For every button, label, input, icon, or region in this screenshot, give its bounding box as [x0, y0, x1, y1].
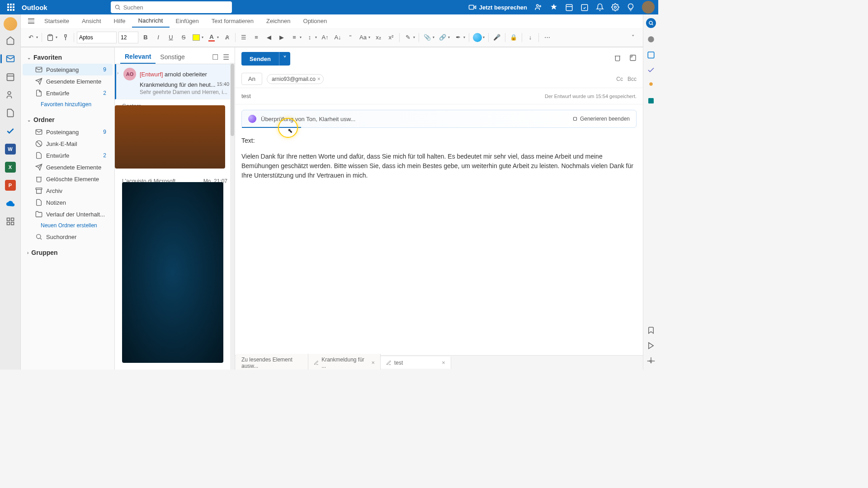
- to-button[interactable]: An: [241, 73, 262, 85]
- chevron-down-icon[interactable]: ▾: [448, 35, 450, 39]
- chevron-down-icon[interactable]: ▾: [433, 35, 434, 39]
- chevron-down-icon[interactable]: ▾: [315, 35, 317, 39]
- subscript-button[interactable]: x₂: [372, 31, 385, 44]
- nav-conversation-history[interactable]: Verlauf der Unterhalt...: [23, 208, 113, 220]
- increase-font-button[interactable]: A↑: [319, 31, 331, 44]
- chevron-down-icon[interactable]: ▾: [368, 35, 370, 39]
- calendar-rail-button[interactable]: [2, 69, 19, 85]
- bookmark-rr-icon[interactable]: [647, 326, 655, 334]
- decrease-indent-button[interactable]: ◀: [263, 31, 275, 44]
- italic-button[interactable]: I: [152, 31, 165, 44]
- highlight-button[interactable]: [190, 31, 203, 44]
- decrease-font-button[interactable]: A↓: [331, 31, 344, 44]
- send-button[interactable]: Senden ˅: [241, 52, 290, 66]
- font-select[interactable]: [77, 32, 117, 43]
- chevron-down-icon[interactable]: ▾: [463, 35, 465, 39]
- nav-trash[interactable]: Gelöschte Elemente: [23, 173, 113, 185]
- onenote-rr-icon[interactable]: [647, 97, 655, 105]
- ribbon-collapse-button[interactable]: ˅: [627, 31, 639, 44]
- bold-button[interactable]: B: [139, 31, 152, 44]
- numbering-button[interactable]: ≡: [250, 31, 263, 44]
- my-day-icon[interactable]: [580, 3, 589, 11]
- todo-rail-button[interactable]: [2, 123, 19, 139]
- calendar-rr-icon[interactable]: [647, 51, 655, 59]
- increase-indent-button[interactable]: ▶: [275, 31, 288, 44]
- styles-button[interactable]: ✎: [401, 31, 414, 44]
- scrollbar-thumb[interactable]: [231, 64, 234, 136]
- send-dropdown-button[interactable]: ˅: [279, 52, 290, 66]
- more-button[interactable]: ⋯: [541, 31, 553, 44]
- recipient-chip[interactable]: arnio93@gmail.co ×: [267, 74, 324, 84]
- calendar-header-icon[interactable]: [565, 3, 573, 11]
- nav-junk[interactable]: Junk-E-Mail: [23, 138, 113, 150]
- align-button[interactable]: ≡: [288, 31, 301, 44]
- remove-recipient-icon[interactable]: ×: [317, 76, 321, 82]
- tab-optionen[interactable]: Optionen: [297, 15, 334, 27]
- copilot-rail-button[interactable]: [4, 17, 17, 31]
- superscript-button[interactable]: x²: [385, 31, 397, 44]
- nav-sent-folder[interactable]: Gesendete Elemente: [23, 161, 113, 173]
- search-box[interactable]: [111, 1, 232, 13]
- teams-icon[interactable]: [534, 3, 542, 11]
- chevron-down-icon[interactable]: ▾: [202, 35, 203, 39]
- download-button[interactable]: ↓: [524, 31, 537, 44]
- bottom-tab-draft2[interactable]: test ×: [381, 357, 451, 369]
- nav-archive[interactable]: Archiv: [23, 185, 113, 197]
- signature-button[interactable]: ✒: [452, 31, 464, 44]
- favorites-section[interactable]: ⌄Favoriten: [21, 51, 114, 64]
- chevron-down-icon[interactable]: ▾: [36, 35, 38, 39]
- notifications-icon[interactable]: [596, 3, 604, 11]
- app-launcher-button[interactable]: [4, 0, 18, 14]
- tips-icon[interactable]: [627, 3, 635, 11]
- bottom-tab-draft1[interactable]: Krankmeldung für ... ×: [308, 354, 381, 370]
- tab-text-formatieren[interactable]: Text formatieren: [205, 15, 260, 27]
- chevron-down-icon[interactable]: ▾: [413, 35, 415, 39]
- tab-startseite[interactable]: Startseite: [38, 15, 75, 27]
- meet-now-button[interactable]: Jetzt besprechen: [468, 3, 527, 11]
- filter-icon[interactable]: ☰: [223, 53, 229, 61]
- tab-ansicht[interactable]: Ansicht: [75, 15, 108, 27]
- chevron-down-icon[interactable]: ▾: [300, 35, 302, 39]
- delete-draft-button[interactable]: [614, 54, 621, 63]
- groups-section[interactable]: ›Gruppen: [21, 246, 114, 259]
- change-case-button[interactable]: Aa: [357, 31, 369, 44]
- settings-rr-icon[interactable]: [647, 357, 655, 365]
- nav-notes[interactable]: Notizen: [23, 197, 113, 208]
- cc-button[interactable]: Cc: [616, 76, 623, 82]
- stop-generating-button[interactable]: Generieren beenden: [572, 116, 630, 122]
- line-spacing-button[interactable]: ↕: [303, 31, 316, 44]
- close-tab-icon[interactable]: ×: [371, 359, 375, 366]
- bottom-tab-reading[interactable]: Zu lesendes Element ausw...: [236, 354, 308, 370]
- nav-drafts[interactable]: Entwürfe 2: [23, 87, 113, 99]
- copilot-button[interactable]: [471, 31, 484, 44]
- subject-row[interactable]: test Der Entwurf wurde um 15:54 gespeich…: [235, 88, 643, 104]
- settings-icon[interactable]: [611, 3, 619, 11]
- files-rail-button[interactable]: [2, 105, 19, 121]
- quote-button[interactable]: ": [344, 31, 357, 44]
- user-avatar[interactable]: [642, 1, 655, 14]
- nav-search-folder[interactable]: Suchordner: [23, 231, 113, 243]
- tab-hilfe[interactable]: Hilfe: [108, 15, 132, 27]
- people-rail-button[interactable]: [2, 87, 19, 103]
- nav-sent[interactable]: Gesendete Elemente: [23, 75, 113, 87]
- undo-button[interactable]: ↶: [24, 31, 37, 44]
- hamburger-button[interactable]: [24, 19, 38, 23]
- clear-formatting-button[interactable]: A̷: [221, 31, 233, 44]
- close-tab-icon[interactable]: ×: [442, 359, 445, 366]
- todo-rr-icon[interactable]: [647, 66, 655, 74]
- tab-nachricht[interactable]: Nachricht: [132, 14, 170, 28]
- nav-drafts-folder[interactable]: Entwürfe 2: [23, 150, 113, 161]
- link-button[interactable]: 🔗: [436, 31, 449, 44]
- underline-button[interactable]: U: [165, 31, 177, 44]
- right-search-button[interactable]: [646, 18, 656, 28]
- attach-button[interactable]: 📎: [421, 31, 434, 44]
- copilot-rr-icon[interactable]: [647, 35, 655, 43]
- new-folder-link[interactable]: Neuen Ordner erstellen: [21, 220, 114, 231]
- chevron-down-icon[interactable]: ▾: [56, 35, 57, 39]
- nav-inbox-folder[interactable]: Posteingang 9: [23, 126, 113, 138]
- msg-tab-relevant[interactable]: Relevant: [120, 50, 156, 64]
- popout-button[interactable]: [629, 54, 637, 63]
- font-size-select[interactable]: [118, 32, 138, 43]
- chevron-down-icon[interactable]: ▾: [217, 35, 219, 39]
- play-rr-icon[interactable]: [647, 342, 655, 350]
